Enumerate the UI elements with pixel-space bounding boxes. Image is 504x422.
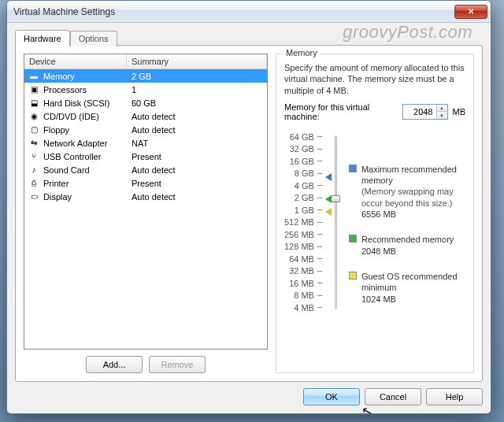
device-row-floppy[interactable]: ▢ Floppy Auto detect (24, 123, 267, 136)
scale-tick: 32 GB (290, 144, 322, 154)
scale-tick: 512 MB (284, 217, 322, 227)
legend-max-label: Maximum recommended memory (361, 164, 465, 187)
scale-tick: 2 GB (295, 193, 322, 202)
device-summary: Auto detect (127, 165, 267, 175)
legend-rec-label: Recommended memory (361, 234, 454, 245)
scale-tick: 16 MB (289, 279, 322, 288)
device-summary: 2 GB (127, 72, 267, 81)
device-table: Device Summary ▬ Memory 2 GB▣ Processors… (24, 54, 268, 350)
col-summary[interactable]: Summary (127, 54, 267, 68)
tab-hardware[interactable]: Hardware (15, 30, 70, 46)
device-row-sound[interactable]: ♪ Sound Card Auto detect (24, 163, 267, 176)
cd-icon: ◉ (28, 111, 40, 122)
legend-box-green-icon (349, 235, 357, 242)
device-name: Sound Card (42, 165, 127, 175)
memory-icon: ▬ (28, 71, 40, 82)
legend-box-blue-icon (349, 165, 357, 172)
device-row-net[interactable]: ⇆ Network Adapter NAT (24, 136, 267, 150)
legend-min-value: 1024 MB (361, 294, 465, 305)
device-summary: Auto detect (127, 192, 267, 202)
device-row-memory[interactable]: ▬ Memory 2 GB (24, 69, 267, 83)
slider-thumb[interactable] (331, 195, 340, 202)
device-name: CD/DVD (IDE) (42, 112, 127, 121)
scale-tick: 128 MB (284, 242, 322, 251)
device-summary: 1 (127, 85, 267, 94)
printer-icon: ⎙ (28, 178, 40, 189)
watermark: groovyPost.com (343, 22, 472, 43)
marker-max-icon (325, 173, 332, 181)
device-name: Floppy (42, 125, 127, 135)
device-summary: NAT (127, 139, 267, 148)
device-summary: 60 GB (127, 98, 267, 108)
device-table-body: ▬ Memory 2 GB▣ Processors 1⬓ Hard Disk (… (24, 69, 267, 349)
scale-tick: 1 GB (295, 205, 322, 215)
device-name: Display (42, 192, 127, 202)
tab-options[interactable]: Options (70, 31, 117, 46)
memory-group-label: Memory (283, 48, 321, 57)
marker-rec-icon (325, 195, 332, 203)
ok-button[interactable]: OK (303, 388, 360, 405)
device-row-hdd[interactable]: ⬓ Hard Disk (SCSI) 60 GB (24, 96, 267, 109)
scale-tick: 4 GB (295, 181, 322, 191)
cpu-icon: ▣ (28, 84, 40, 95)
device-row-printer[interactable]: ⎙ Printer Present (24, 176, 267, 190)
help-button[interactable]: Help (426, 388, 483, 405)
scale-tick: 64 MB (289, 254, 322, 264)
device-row-cpu[interactable]: ▣ Processors 1 (24, 83, 267, 96)
scale-tick: 256 MB (284, 230, 322, 239)
scale-tick: 32 MB (289, 266, 322, 276)
memory-input[interactable] (403, 105, 436, 119)
tab-page-hardware: Device Summary ▬ Memory 2 GB▣ Processors… (15, 45, 483, 382)
legend-rec: Recommended memory 2048 MB (349, 234, 465, 257)
device-row-display[interactable]: ▭ Display Auto detect (24, 190, 267, 203)
display-icon: ▭ (28, 191, 40, 202)
device-summary: Auto detect (127, 112, 267, 121)
device-summary: Present (127, 152, 267, 161)
sound-icon: ♪ (28, 165, 40, 176)
memory-field-label: Memory for this virtual machine: (284, 102, 398, 121)
scale-tick: 8 GB (295, 168, 322, 178)
device-summary: Present (127, 179, 267, 188)
legend-max: Maximum recommended memory (Memory swapp… (349, 164, 465, 220)
device-table-header: Device Summary (24, 54, 267, 69)
spin-up-icon[interactable]: ▲ (437, 105, 447, 113)
memory-slider[interactable] (330, 132, 341, 313)
device-name: Printer (42, 179, 127, 188)
device-name: Memory (42, 72, 127, 81)
add-button[interactable]: Add... (86, 356, 143, 373)
device-row-usb[interactable]: ⑂ USB Controller Present (24, 150, 267, 163)
legend-box-yellow-icon (349, 272, 357, 279)
col-device[interactable]: Device (24, 54, 127, 68)
legend-min: Guest OS recommended minimum 1024 MB (349, 271, 465, 305)
window-title: Virtual Machine Settings (13, 6, 454, 17)
device-name: Processors (42, 85, 127, 94)
net-icon: ⇆ (28, 138, 40, 149)
floppy-icon: ▢ (28, 124, 40, 135)
remove-button: Remove (149, 356, 206, 373)
device-row-cd[interactable]: ◉ CD/DVD (IDE) Auto detect (24, 109, 267, 123)
vm-settings-dialog: Virtual Machine Settings ✕ Hardware Opti… (6, 0, 491, 414)
memory-scale: 64 GB32 GB16 GB8 GB4 GB2 GB1 GB512 MB256… (284, 132, 322, 313)
legend-max-value: 6556 MB (361, 209, 465, 220)
memory-group: Memory Specify the amount of memory allo… (276, 54, 474, 373)
spin-down-icon[interactable]: ▼ (437, 112, 447, 119)
marker-min-icon (325, 208, 332, 216)
scale-tick: 8 MB (294, 291, 322, 300)
usb-icon: ⑂ (28, 151, 40, 162)
memory-description: Specify the amount of memory allocated t… (284, 62, 465, 96)
scale-tick: 4 MB (294, 303, 322, 313)
titlebar: Virtual Machine Settings ✕ (7, 1, 491, 23)
scale-tick: 16 GB (290, 157, 322, 166)
legend-rec-value: 2048 MB (361, 246, 454, 257)
memory-unit: MB (453, 107, 466, 117)
legend-max-note: (Memory swapping may occur beyond this s… (361, 186, 465, 209)
cancel-button[interactable]: Cancel (365, 388, 421, 405)
device-name: Network Adapter (42, 139, 127, 148)
device-summary: Auto detect (127, 125, 267, 135)
scale-tick: 64 GB (290, 132, 322, 142)
hdd-icon: ⬓ (28, 98, 40, 109)
memory-spinner[interactable]: ▲ ▼ (402, 104, 448, 120)
legend-min-label: Guest OS recommended minimum (361, 271, 465, 294)
device-name: Hard Disk (SCSI) (42, 98, 127, 108)
close-button[interactable]: ✕ (454, 5, 487, 19)
